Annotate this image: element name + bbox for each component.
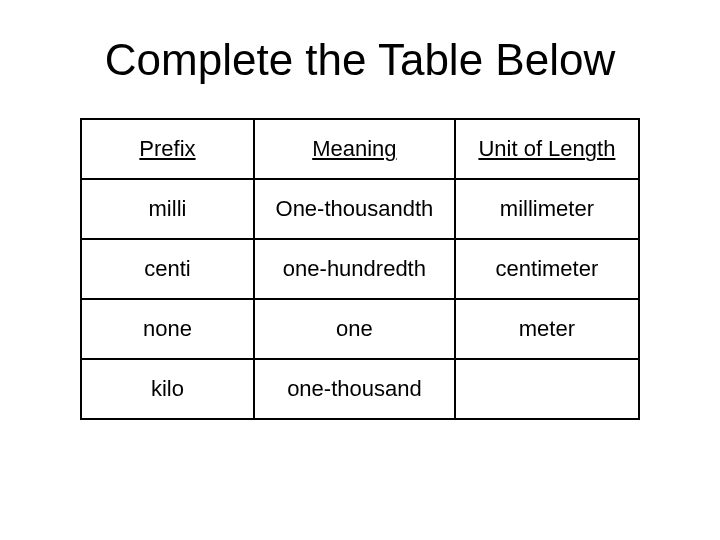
cell-prefix: kilo bbox=[81, 359, 254, 419]
cell-meaning: one-thousand bbox=[254, 359, 455, 419]
cell-unit: meter bbox=[455, 299, 639, 359]
col-header-unit: Unit of Length bbox=[455, 119, 639, 179]
slide-page: Complete the Table Below Prefix Meaning … bbox=[0, 0, 720, 540]
table-row: milli One-thousandth millimeter bbox=[81, 179, 639, 239]
table-row: centi one-hundredth centimeter bbox=[81, 239, 639, 299]
cell-meaning: one bbox=[254, 299, 455, 359]
cell-unit: centimeter bbox=[455, 239, 639, 299]
cell-meaning: One-thousandth bbox=[254, 179, 455, 239]
table-row: kilo one-thousand bbox=[81, 359, 639, 419]
page-title: Complete the Table Below bbox=[30, 36, 690, 84]
table-row: none one meter bbox=[81, 299, 639, 359]
table-header-row: Prefix Meaning Unit of Length bbox=[81, 119, 639, 179]
cell-unit bbox=[455, 359, 639, 419]
cell-prefix: milli bbox=[81, 179, 254, 239]
cell-prefix: centi bbox=[81, 239, 254, 299]
cell-prefix: none bbox=[81, 299, 254, 359]
prefix-table-wrap: Prefix Meaning Unit of Length milli One-… bbox=[80, 118, 640, 420]
col-header-prefix: Prefix bbox=[81, 119, 254, 179]
prefix-table: Prefix Meaning Unit of Length milli One-… bbox=[80, 118, 640, 420]
cell-unit: millimeter bbox=[455, 179, 639, 239]
cell-meaning: one-hundredth bbox=[254, 239, 455, 299]
col-header-meaning: Meaning bbox=[254, 119, 455, 179]
